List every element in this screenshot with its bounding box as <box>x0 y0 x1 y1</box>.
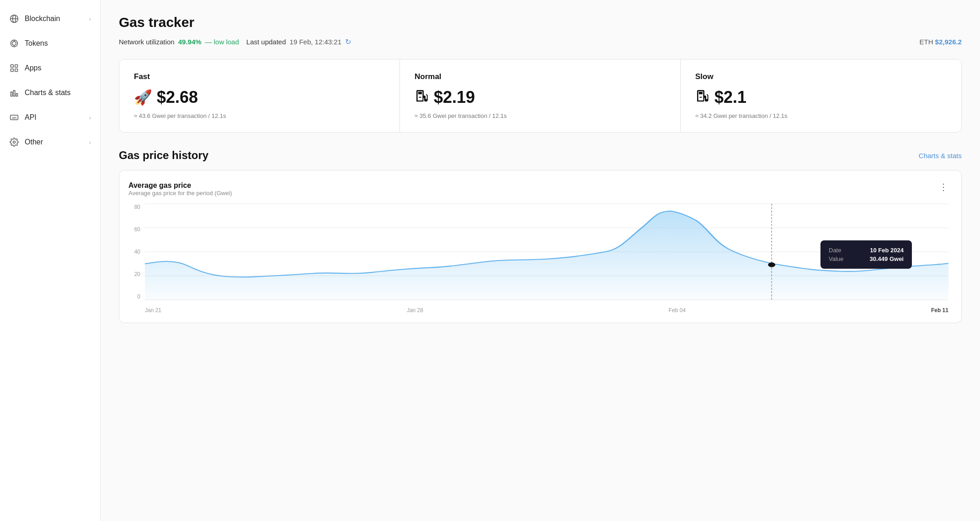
tooltip-value-label: Value <box>829 255 843 262</box>
svg-rect-17 <box>419 97 421 98</box>
gas-pump-icon-normal <box>415 88 429 107</box>
chart-area: 80 60 40 20 0 <box>128 204 948 314</box>
eth-label: ETH <box>920 38 933 46</box>
history-section-header: Gas price history Charts & stats <box>119 149 962 162</box>
sidebar-item-tokens[interactable]: Tokens <box>0 32 100 55</box>
x-label-feb04: Feb 04 <box>669 307 686 314</box>
x-label-jan21: Jan 21 <box>145 307 161 314</box>
sidebar-item-api[interactable]: API API › <box>0 106 100 129</box>
grid-icon <box>9 63 19 73</box>
tooltip-date-value: 10 Feb 2024 <box>870 247 904 254</box>
chevron-icon: › <box>89 16 91 22</box>
y-axis: 80 60 40 20 0 <box>128 204 143 300</box>
chart-tooltip: Date 10 Feb 2024 Value 30.449 Gwei <box>820 240 912 269</box>
gas-card-fast-price: 🚀 $2.68 <box>134 88 385 107</box>
sidebar-item-charts[interactable]: Charts & stats <box>0 81 100 104</box>
globe-icon <box>9 14 19 24</box>
last-updated-label: Last updated <box>246 38 286 46</box>
gas-card-slow-price: $2.1 <box>695 88 947 107</box>
network-bar: Network utilization 49.94% — low load La… <box>119 37 962 46</box>
chevron-icon-api: › <box>89 114 91 121</box>
sidebar-label-blockchain: Blockchain <box>25 15 60 23</box>
charts-stats-link[interactable]: Charts & stats <box>919 152 962 159</box>
y-label-80: 80 <box>134 204 140 210</box>
svg-rect-9 <box>11 69 14 72</box>
sidebar-label-charts: Charts & stats <box>25 89 70 97</box>
svg-rect-8 <box>15 65 18 68</box>
chart-svg-wrapper: Date 10 Feb 2024 Value 30.449 Gwei <box>145 204 948 300</box>
tooltip-date-row: Date 10 Feb 2024 <box>829 247 904 254</box>
gas-card-normal-detail: ≈ 35.6 Gwei per transaction / 12.1s <box>415 112 666 119</box>
x-label-jan28: Jan 28 <box>407 307 423 314</box>
chevron-icon-other: › <box>89 139 91 146</box>
svg-point-4 <box>12 42 16 45</box>
gas-card-slow: Slow $2.1 ≈ 34.2 Gwei per transaction / … <box>681 59 961 132</box>
network-status: — low load <box>205 38 239 46</box>
svg-rect-13 <box>16 94 17 96</box>
chart-header: Average gas price Average gas price for … <box>128 181 948 202</box>
svg-rect-12 <box>13 90 15 96</box>
gas-card-normal: Normal $2.19 ≈ 35.6 Gwei per transaction… <box>400 59 681 132</box>
sidebar-label-tokens: Tokens <box>25 39 48 48</box>
sidebar-label-api: API <box>25 113 37 122</box>
gas-cards: Fast 🚀 $2.68 ≈ 43.6 Gwei per transaction… <box>119 59 962 133</box>
y-label-0: 0 <box>137 293 140 300</box>
tooltip-value-value: 30.449 Gwei <box>870 255 904 262</box>
y-label-60: 60 <box>134 226 140 233</box>
sidebar-item-blockchain[interactable]: Blockchain › <box>0 7 100 30</box>
x-axis: Jan 21 Jan 28 Feb 04 Feb 11 <box>145 303 948 314</box>
api-icon: API <box>9 112 19 122</box>
svg-rect-7 <box>11 65 14 68</box>
x-label-feb11: Feb 11 <box>931 307 948 314</box>
sidebar-label-apps: Apps <box>25 64 41 72</box>
fast-icon: 🚀 <box>134 89 152 106</box>
refresh-icon[interactable]: ↻ <box>345 37 351 46</box>
sidebar-item-apps[interactable]: Apps <box>0 57 100 80</box>
chart-subtitle: Average gas price for the period (Gwei) <box>128 190 232 197</box>
main-content: Gas tracker Network utilization 49.94% —… <box>101 0 980 521</box>
last-updated-value: 19 Feb, 12:43:21 <box>290 38 341 46</box>
svg-point-16 <box>13 141 16 144</box>
network-utilization-label: Network utilization <box>119 38 175 46</box>
svg-rect-11 <box>11 92 12 96</box>
gas-card-fast-detail: ≈ 43.6 Gwei per transaction / 12.1s <box>134 112 385 119</box>
gas-card-slow-detail: ≈ 34.2 Gwei per transaction / 12.1s <box>695 112 947 119</box>
eth-price: ETH$2,926.2 <box>920 38 962 46</box>
svg-rect-18 <box>699 97 702 98</box>
gas-card-normal-price: $2.19 <box>415 88 666 107</box>
page-title: Gas tracker <box>119 15 962 30</box>
gas-pump-icon-slow <box>695 88 710 107</box>
chart-title: Average gas price <box>128 181 232 190</box>
coin-icon <box>9 38 19 48</box>
svg-point-25 <box>768 262 775 267</box>
gas-card-fast: Fast 🚀 $2.68 ≈ 43.6 Gwei per transaction… <box>119 59 400 132</box>
svg-text:API: API <box>12 117 16 119</box>
gas-card-slow-title: Slow <box>695 72 947 81</box>
sidebar-label-other: Other <box>25 138 43 146</box>
network-utilization-value: 49.94% <box>178 38 202 46</box>
y-label-40: 40 <box>134 249 140 255</box>
sidebar-item-other[interactable]: Other › <box>0 131 100 154</box>
tooltip-value-row: Value 30.449 Gwei <box>829 255 904 262</box>
svg-rect-10 <box>15 69 18 72</box>
gas-card-normal-title: Normal <box>415 72 666 81</box>
gas-card-fast-title: Fast <box>134 72 385 81</box>
chart-container: Average gas price Average gas price for … <box>119 170 962 323</box>
y-label-20: 20 <box>134 271 140 277</box>
bar-chart-icon <box>9 88 19 98</box>
sidebar: Blockchain › Tokens Apps Charts & sta <box>0 0 101 521</box>
history-section-title: Gas price history <box>119 149 208 162</box>
gear-icon <box>9 137 19 147</box>
chart-menu-button[interactable]: ⋮ <box>939 181 948 192</box>
tooltip-date-label: Date <box>829 247 841 254</box>
